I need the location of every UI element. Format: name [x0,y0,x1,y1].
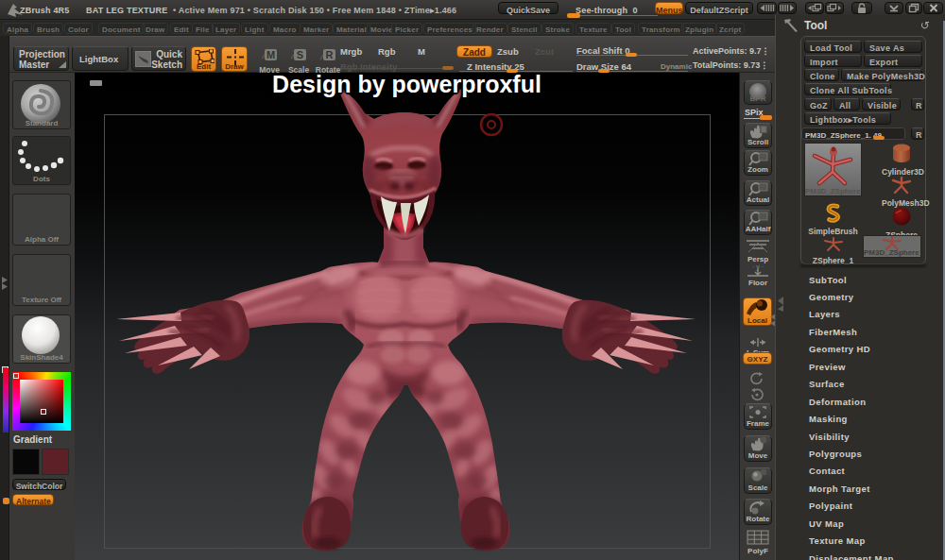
svg-text:M: M [266,49,275,60]
svg-text:R: R [326,49,334,60]
svg-text:S: S [297,49,303,60]
